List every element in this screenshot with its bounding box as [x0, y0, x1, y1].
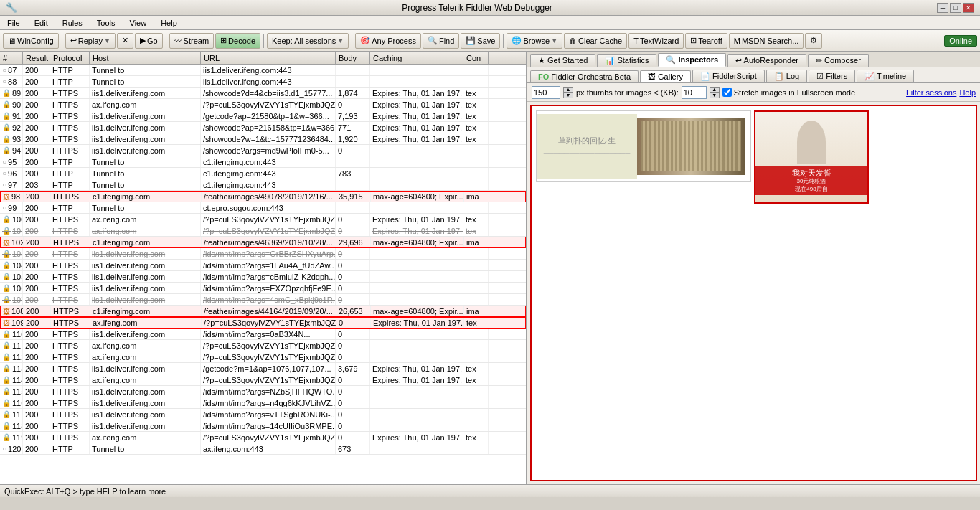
max-kb-input[interactable] [682, 86, 707, 99]
tab-statistics[interactable]: 📊 Statistics [597, 54, 656, 67]
max-kb-up[interactable]: ▲ [710, 87, 720, 93]
table-row[interactable]: 🖼 109 200 HTTPS ax.ifeng.com /?p=cuLS3qo… [0, 317, 526, 329]
table-row[interactable]: 🔒 112 200 HTTPS ax.ifeng.com /?p=cuLS3qo… [0, 351, 526, 363]
tab-inspectors[interactable]: 🔍 Inspectors [658, 53, 726, 67]
gallery-area[interactable]: 草到扑的回忆·生 ───────────────── 我对天发誓 [530, 105, 977, 481]
col-header-result[interactable]: Result [23, 52, 50, 64]
table-row[interactable]: 🔒 114 200 HTTPS ax.ifeng.com /?p=cuLS3qo… [0, 374, 526, 386]
online-button[interactable]: Online [944, 35, 977, 47]
cell-url: /showcode?args=md9wPloIFm0-5... [201, 145, 336, 156]
table-row[interactable]: ○ 96 200 HTTP Tunnel to c1.ifengimg.com:… [0, 168, 526, 179]
thumb-size-input[interactable] [532, 86, 560, 99]
table-row[interactable]: 🔒 89 200 HTTPS iis1.deliver.ifeng.com /s… [0, 88, 526, 99]
table-row[interactable]: 🔒 92 200 HTTPS iis1.deliver.ifeng.com /s… [0, 122, 526, 133]
cell-host: c1.ifengimg.com [90, 192, 202, 202]
table-row[interactable]: 🔒 90 200 HTTPS ax.ifeng.com /?p=cuLS3qov… [0, 99, 526, 110]
menu-tools[interactable]: Tools [93, 18, 120, 28]
col-header-host[interactable]: Host [90, 52, 201, 64]
table-row[interactable]: ○ 88 200 HTTP Tunnel to iis1.deliver.ife… [0, 76, 526, 88]
close-button[interactable]: ✕ [963, 3, 974, 13]
stretch-checkbox[interactable] [722, 88, 732, 97]
table-row[interactable]: ○ 97 203 HTTP Tunnel to c1.ifengimg.com:… [0, 179, 526, 191]
tab-autoresponder[interactable]: ↩ AutoResponder [727, 54, 806, 67]
table-row[interactable]: 🔒 110 200 HTTPS iis1.deliver.ifeng.com /… [0, 329, 526, 340]
filter-sessions-link[interactable]: Filter sessions [906, 88, 956, 97]
go-button[interactable]: ▶ Go [135, 33, 163, 49]
tab-filters[interactable]: ☑ Filters [809, 70, 855, 82]
table-row[interactable]: 🔒 91 200 HTTPS iis1.deliver.ifeng.com /g… [0, 110, 526, 122]
row-icon: 🔒 [2, 250, 11, 258]
help-link[interactable]: Help [959, 88, 976, 97]
table-row[interactable]: 🔒 118 200 HTTPS iis1.deliver.ifeng.com /… [0, 420, 526, 432]
tab-log[interactable]: 📋 Log [766, 70, 807, 82]
cell-caching [370, 271, 463, 282]
col-header-url[interactable]: URL [201, 52, 336, 64]
table-row[interactable]: 🔒 106 200 HTTPS iis1.deliver.ifeng.com /… [0, 283, 526, 294]
table-row[interactable]: ○ 99 200 HTTP Tunnel to ct.epro.sogou.co… [0, 202, 526, 214]
menu-help[interactable]: Help [156, 18, 182, 28]
cell-url: c1.ifengimg.com:443 [201, 156, 336, 167]
tab-get-started[interactable]: ★ Get Started [530, 54, 595, 67]
minimize-button[interactable]: ─ [937, 3, 948, 13]
table-row[interactable]: 🔒 103 200 HTTPS iis1.deliver.ifeng.com /… [0, 248, 526, 260]
table-row[interactable]: 🔒 93 200 HTTPS iis1.deliver.ifeng.com /s… [0, 133, 526, 145]
menu-file[interactable]: File [3, 18, 24, 28]
table-row[interactable]: 🔒 113 200 HTTPS iis1.deliver.ifeng.com /… [0, 363, 526, 374]
decode-button[interactable]: ⊞ Decode [215, 33, 260, 49]
gallery-thumb-2[interactable]: 我对天发誓 30元纯粮酒 现在498后自 [754, 110, 869, 204]
tab-fiddlerscript[interactable]: 📄 FiddlerScript [692, 70, 765, 82]
table-row[interactable]: 🔒 100 200 HTTPS ax.ifeng.com /?p=cuLS3qo… [0, 214, 526, 225]
any-process-button[interactable]: 🎯 Any Process [355, 33, 421, 49]
tab-composer[interactable]: ✏ Composer [808, 54, 869, 67]
table-row[interactable]: 🔒 101 200 HTTPS ax.ifeng.com /?p=cuLS3qo… [0, 225, 526, 237]
msdn-search-button[interactable]: M MSDN Search... [729, 33, 804, 49]
thumb-size-spinners: ▲ ▼ [563, 87, 573, 98]
thumb-size-down[interactable]: ▼ [563, 93, 573, 98]
tearoff-button[interactable]: ⊡ Tearoff [685, 33, 727, 49]
table-row[interactable]: 🔒 115 200 HTTPS iis1.deliver.ifeng.com /… [0, 386, 526, 397]
table-row[interactable]: 🔒 105 200 HTTPS iis1.deliver.ifeng.com /… [0, 271, 526, 283]
stream-button[interactable]: 〰 Stream [169, 33, 214, 49]
col-header-body[interactable]: Body [336, 52, 370, 64]
table-row[interactable]: 🖼 108 200 HTTPS c1.ifengimg.com /feather… [0, 306, 526, 317]
textwizard-button[interactable]: T TextWizard [628, 33, 684, 49]
menu-edit[interactable]: Edit [30, 18, 52, 28]
table-row[interactable]: 🔒 119 200 HTTPS ax.ifeng.com /?p=cuLS3qo… [0, 432, 526, 443]
find-button[interactable]: 🔍 Find [423, 33, 459, 49]
thumb-size-up[interactable]: ▲ [563, 87, 573, 93]
gallery-thumb-1[interactable]: 草到扑的回忆·生 ───────────────── [536, 110, 751, 182]
browse-button[interactable]: 🌐 Browse ▼ [507, 33, 562, 49]
col-header-content[interactable]: Con [463, 52, 489, 64]
cell-caching [370, 283, 463, 293]
table-row[interactable]: 🖼 102 200 HTTPS c1.ifengimg.com /feather… [0, 237, 526, 248]
keep-button[interactable]: Keep: All sessions ▼ [267, 33, 349, 49]
max-kb-down[interactable]: ▼ [710, 93, 720, 98]
settings-button[interactable]: ⚙ [805, 33, 822, 49]
table-row[interactable]: ○ 120 200 HTTP Tunnel to ax.ifeng.com:44… [0, 443, 526, 455]
replay-button[interactable]: ↩ Replay ▼ [65, 33, 116, 49]
tab-gallery[interactable]: 🖼 Gallery [640, 70, 691, 82]
table-row[interactable]: ○ 95 200 HTTP Tunnel to c1.ifengimg.com:… [0, 156, 526, 168]
table-body[interactable]: ○ 87 200 HTTP Tunnel to iis1.deliver.ife… [0, 65, 526, 484]
tab-fiddler-orchestra[interactable]: FO Fiddler Orchestra Beta [530, 70, 639, 82]
maximize-button[interactable]: □ [950, 3, 961, 13]
col-header-hash[interactable]: # [0, 52, 23, 64]
table-row[interactable]: 🔒 104 200 HTTPS iis1.deliver.ifeng.com /… [0, 260, 526, 271]
table-row[interactable]: ○ 87 200 HTTP Tunnel to iis1.deliver.ife… [0, 65, 526, 76]
menu-view[interactable]: View [126, 18, 151, 28]
table-row[interactable]: 🔒 117 200 HTTPS iis1.deliver.ifeng.com /… [0, 409, 526, 420]
table-row[interactable]: 🔒 94 200 HTTPS iis1.deliver.ifeng.com /s… [0, 145, 526, 156]
col-header-caching[interactable]: Caching [370, 52, 463, 64]
save-button[interactable]: 💾 Save [461, 33, 500, 49]
stretch-label[interactable]: Stretch images in Fullscreen mode [722, 88, 855, 97]
clear-cache-button[interactable]: 🗑 Clear Cache [564, 33, 627, 49]
remove-button[interactable]: ✕ [117, 33, 133, 49]
table-row[interactable]: 🔒 111 200 HTTPS ax.ifeng.com /?p=cuLS3qo… [0, 340, 526, 351]
table-row[interactable]: 🔒 107 200 HTTPS iis1.deliver.ifeng.com /… [0, 294, 526, 306]
menu-rules[interactable]: Rules [58, 18, 87, 28]
table-row[interactable]: 🔒 116 200 HTTPS iis1.deliver.ifeng.com /… [0, 397, 526, 409]
winconfig-button[interactable]: 🖥 WinConfig [3, 33, 59, 49]
col-header-protocol[interactable]: Protocol [50, 52, 90, 64]
tab-timeline[interactable]: 📈 Timeline [857, 70, 914, 82]
table-row[interactable]: 🖼 98 200 HTTPS c1.ifengimg.com /feather/… [0, 191, 526, 202]
